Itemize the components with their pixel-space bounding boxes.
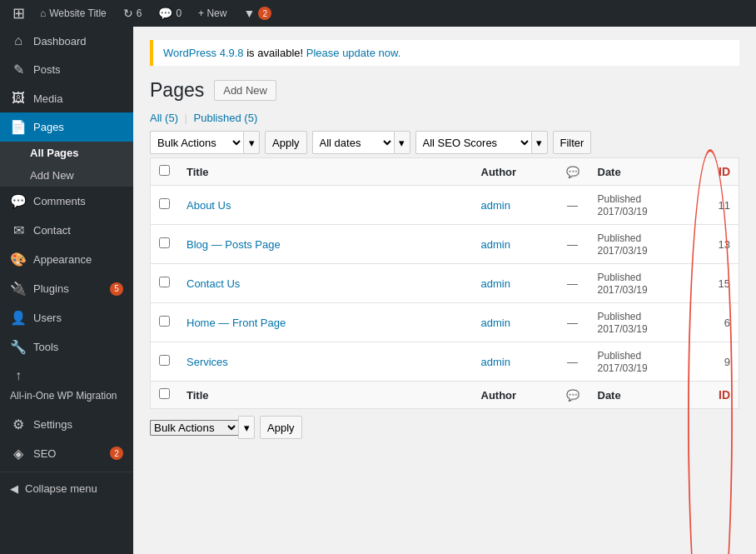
new-content-link[interactable]: + New: [191, 0, 233, 27]
col-footer-checkbox: [151, 382, 179, 409]
page-title-link[interactable]: Contact Us: [187, 277, 240, 290]
page-title-link[interactable]: Services: [187, 356, 228, 368]
sidebar: ⌂ Dashboard ✎ Posts 🖼 Media 📄 Pages All …: [0, 27, 133, 554]
sidebar-item-plugins[interactable]: 🔌 Plugins 5: [0, 274, 133, 303]
wp-logo[interactable]: ⊞: [7, 0, 30, 27]
date-value: 2017/03/19: [598, 323, 648, 335]
bulk-actions-arrow[interactable]: ▾: [243, 131, 260, 154]
table-row: Home — Front Page admin — Published 2017…: [151, 303, 739, 342]
plugin-icon[interactable]: ▼ 2: [236, 0, 278, 27]
page-title-link[interactable]: Home — Front Page: [187, 317, 286, 329]
row-comments-cell: —: [556, 303, 589, 342]
sidebar-item-settings[interactable]: ⚙ Settings: [0, 410, 133, 439]
dates-arrow[interactable]: ▾: [394, 131, 410, 154]
row-comments-cell: —: [556, 186, 589, 225]
bottom-apply-button[interactable]: Apply: [260, 416, 302, 439]
bottom-tablenav: Bulk Actions Edit Move to Trash ▾ Apply: [150, 416, 739, 439]
page-header: Pages Add New: [150, 79, 739, 102]
comments-dash: —: [567, 317, 578, 329]
seo-arrow[interactable]: ▾: [531, 131, 548, 154]
filter-button[interactable]: Filter: [553, 131, 592, 154]
row-checkbox[interactable]: [159, 355, 170, 366]
sidebar-item-appearance[interactable]: 🎨 Appearance: [0, 245, 133, 274]
row-title-cell: Contact Us: [178, 264, 473, 303]
pages-submenu: All Pages Add New: [0, 142, 133, 187]
sidebar-item-posts[interactable]: ✎ Posts: [0, 55, 133, 84]
add-new-button[interactable]: Add New: [214, 80, 276, 101]
row-checkbox-cell: [151, 342, 179, 382]
row-title-cell: Services: [178, 342, 473, 382]
date-status: Published: [598, 311, 642, 322]
row-date-cell: Published 2017/03/19: [589, 264, 689, 303]
sidebar-item-pages[interactable]: 📄 Pages: [0, 112, 133, 142]
collapse-icon: ◀: [10, 482, 18, 495]
page-title-link[interactable]: About Us: [187, 199, 231, 212]
col-header-title: Title: [178, 158, 473, 186]
date-value: 2017/03/19: [598, 284, 648, 296]
sidebar-item-contact[interactable]: ✉ Contact: [0, 216, 133, 245]
posts-icon: ✎: [10, 62, 27, 77]
page-title: Pages: [150, 79, 204, 102]
sidebar-item-seo[interactable]: ◈ SEO 2: [0, 439, 133, 468]
sidebar-item-allinone[interactable]: ↑ All-in-One WP Migration: [0, 362, 133, 410]
row-checkbox[interactable]: [159, 198, 170, 209]
comments-dash: —: [567, 356, 578, 368]
bulk-actions-select[interactable]: Bulk Actions Edit Move to Trash: [150, 131, 243, 154]
row-title-cell: Home — Front Page: [178, 303, 473, 342]
sidebar-item-users[interactable]: 👤 Users: [0, 303, 133, 332]
page-title-link[interactable]: Blog — Posts Page: [187, 238, 281, 251]
author-link[interactable]: admin: [481, 199, 510, 212]
top-apply-button[interactable]: Apply: [265, 131, 307, 154]
author-link[interactable]: admin: [481, 317, 510, 329]
sidebar-item-comments[interactable]: 💬 Comments: [0, 187, 133, 216]
bottom-bulk-actions-select[interactable]: Bulk Actions Edit Move to Trash: [150, 420, 238, 436]
table-row: About Us admin — Published 2017/03/19 11: [151, 186, 739, 225]
sidebar-item-dashboard[interactable]: ⌂ Dashboard: [0, 27, 133, 55]
active-arrow: [129, 112, 133, 142]
dates-select[interactable]: All dates March 2017: [312, 131, 394, 154]
comments-link[interactable]: 💬 0: [152, 0, 188, 27]
author-link[interactable]: admin: [481, 277, 510, 290]
filter-published[interactable]: Published (5): [194, 112, 258, 124]
row-id-cell: 6: [689, 303, 739, 342]
bottom-bulk-actions-arrow[interactable]: ▾: [238, 416, 255, 439]
row-checkbox[interactable]: [159, 237, 170, 248]
sidebar-sub-all-pages[interactable]: All Pages: [0, 142, 133, 164]
select-all-checkbox[interactable]: [159, 165, 170, 176]
tools-icon: 🔧: [10, 339, 27, 355]
row-author-cell: admin: [473, 303, 556, 342]
site-name[interactable]: ⌂ Website Title: [33, 0, 113, 27]
update-now-link[interactable]: Please update now.: [306, 47, 400, 59]
row-id-cell: 11: [689, 186, 739, 225]
sidebar-item-media[interactable]: 🖼 Media: [0, 84, 133, 112]
select-all-footer-checkbox[interactable]: [159, 388, 170, 399]
sidebar-item-tools[interactable]: 🔧 Tools: [0, 332, 133, 362]
appearance-icon: 🎨: [10, 252, 27, 267]
seo-badge: 2: [110, 447, 123, 460]
sidebar-sub-add-new[interactable]: Add New: [0, 164, 133, 187]
updates-link[interactable]: ↻ 6: [117, 0, 149, 27]
date-value: 2017/03/19: [598, 362, 648, 374]
seo-select[interactable]: All SEO Scores Good OK Bad No Focus Keyw…: [415, 131, 531, 154]
collapse-menu-button[interactable]: ◀ Collapse menu: [0, 476, 133, 502]
row-checkbox-cell: [151, 303, 179, 342]
author-link[interactable]: admin: [481, 356, 510, 368]
update-notice: WordPress 4.9.8 is available! Please upd…: [150, 40, 739, 66]
row-id-cell: 13: [689, 225, 739, 264]
row-checkbox[interactable]: [159, 277, 170, 287]
settings-icon: ⚙: [10, 417, 27, 432]
main-layout: ⌂ Dashboard ✎ Posts 🖼 Media 📄 Pages All …: [0, 27, 756, 554]
wp-version-link[interactable]: WordPress 4.9.8: [163, 47, 244, 59]
notification-badge: 2: [258, 7, 271, 20]
row-checkbox[interactable]: [159, 316, 170, 327]
dates-dropdown: All dates March 2017 ▾: [312, 131, 410, 154]
table-row: Blog — Posts Page admin — Published 2017…: [151, 225, 739, 264]
content-area: WordPress 4.9.8 is available! Please upd…: [133, 27, 756, 554]
top-tablenav: Bulk Actions Edit Move to Trash ▾ Apply …: [150, 131, 739, 154]
author-link[interactable]: admin: [481, 238, 510, 251]
row-id-cell: 9: [689, 342, 739, 382]
row-author-cell: admin: [473, 342, 556, 382]
filter-all[interactable]: All (5): [150, 112, 182, 124]
row-checkbox-cell: [151, 186, 179, 225]
table-row: Services admin — Published 2017/03/19 9: [151, 342, 739, 382]
